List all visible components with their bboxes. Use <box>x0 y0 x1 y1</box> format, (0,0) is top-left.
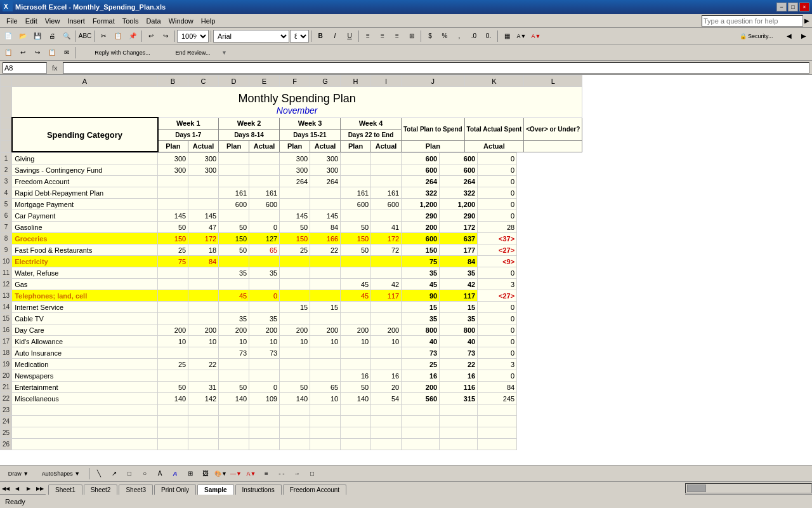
w3p-cell[interactable]: 25 <box>280 244 310 256</box>
w3a-cell[interactable] <box>310 199 341 210</box>
ta-cell[interactable]: 322 <box>440 187 478 199</box>
tb2-btn4[interactable]: 📋 <box>45 46 59 60</box>
w4p-cell[interactable]: 45 <box>341 279 371 290</box>
w4a-cell[interactable] <box>371 164 402 176</box>
ta-cell[interactable]: 264 <box>440 176 478 187</box>
w3p-cell[interactable]: 150 <box>280 233 310 244</box>
ta-cell[interactable]: 117 <box>440 290 478 302</box>
tp-cell[interactable]: 15 <box>402 302 440 313</box>
tb2-btn3[interactable]: ↪ <box>30 46 44 60</box>
ta-cell[interactable] <box>440 404 478 416</box>
w4a-cell[interactable]: 16 <box>371 370 402 382</box>
ou-cell[interactable]: 0 <box>478 210 517 222</box>
w2p-cell[interactable] <box>219 279 249 290</box>
ta-cell[interactable] <box>440 416 478 427</box>
w1p-cell[interactable] <box>158 347 188 359</box>
ta-cell[interactable]: 637 <box>440 233 478 244</box>
menu-window[interactable]: Window <box>165 16 197 26</box>
ta-cell[interactable]: 16 <box>440 370 478 382</box>
w1a-cell[interactable]: 31 <box>188 382 219 393</box>
w3p-cell[interactable]: 140 <box>280 393 310 404</box>
font-selector[interactable]: Arial <box>213 30 289 43</box>
w4a-cell[interactable]: 54 <box>371 393 402 404</box>
ta-cell[interactable]: 42 <box>440 279 478 290</box>
ou-cell[interactable]: 28 <box>478 222 517 233</box>
w1p-cell[interactable] <box>158 187 188 199</box>
col-header-e[interactable]: E <box>249 76 280 87</box>
w2p-cell[interactable]: 50 <box>219 382 249 393</box>
currency-button[interactable]: $ <box>423 29 437 43</box>
col-header-j[interactable]: J <box>402 76 465 87</box>
w2p-cell[interactable] <box>219 176 249 187</box>
w2a-cell[interactable] <box>249 256 280 267</box>
w3p-cell[interactable] <box>280 256 310 267</box>
tp-cell[interactable]: 90 <box>402 290 440 302</box>
w4a-cell[interactable]: 41 <box>371 222 402 233</box>
tp-cell[interactable]: 290 <box>402 210 440 222</box>
cut-button[interactable]: ✂ <box>96 29 110 43</box>
w1p-cell[interactable] <box>158 313 188 324</box>
w2a-cell[interactable] <box>249 210 280 222</box>
w4a-cell[interactable]: 20 <box>371 382 402 393</box>
w2p-cell[interactable] <box>219 210 249 222</box>
tp-cell[interactable]: 35 <box>402 313 440 324</box>
category-cell[interactable] <box>12 404 158 416</box>
w4a-cell[interactable] <box>371 176 402 187</box>
sheet-tab-freedom-account[interactable]: Freedom Account <box>283 485 346 495</box>
w4p-cell[interactable]: 161 <box>341 187 371 199</box>
tp-cell[interactable]: 16 <box>402 370 440 382</box>
toolbar-extra-1[interactable]: ◀ <box>782 29 796 43</box>
tp-cell[interactable]: 600 <box>402 164 440 176</box>
tp-cell[interactable] <box>402 439 440 450</box>
tab-scroll-next[interactable]: ▶ <box>23 483 34 493</box>
w1p-cell[interactable]: 300 <box>158 164 188 176</box>
ou-cell[interactable]: 3 <box>478 279 517 290</box>
border-button[interactable]: ▦ <box>500 29 514 43</box>
category-cell[interactable]: Savings - Contingency Fund <box>12 164 158 176</box>
redo-button[interactable]: ↪ <box>159 29 173 43</box>
w4p-cell[interactable] <box>341 176 371 187</box>
w3p-cell[interactable]: 264 <box>280 176 310 187</box>
w1a-cell[interactable] <box>188 439 219 450</box>
ta-cell[interactable]: 15 <box>440 302 478 313</box>
w3a-cell[interactable]: 84 <box>310 222 341 233</box>
w1a-cell[interactable] <box>188 176 219 187</box>
w4p-cell[interactable] <box>341 416 371 427</box>
w1a-cell[interactable] <box>188 267 219 279</box>
tp-cell[interactable]: 264 <box>402 176 440 187</box>
col-header-a[interactable]: A <box>12 76 158 87</box>
ta-cell[interactable]: 40 <box>440 336 478 347</box>
w1p-cell[interactable] <box>158 427 188 439</box>
ou-cell[interactable]: 0 <box>478 199 517 210</box>
category-cell[interactable]: Medication <box>12 359 158 370</box>
w1a-cell[interactable] <box>188 302 219 313</box>
w4a-cell[interactable] <box>371 439 402 450</box>
fill-color-button[interactable]: A▼ <box>514 29 528 43</box>
w4p-cell[interactable] <box>341 267 371 279</box>
category-cell[interactable] <box>12 427 158 439</box>
w1p-cell[interactable] <box>158 439 188 450</box>
w3p-cell[interactable] <box>280 439 310 450</box>
ou-cell[interactable]: 0 <box>478 302 517 313</box>
w2p-cell[interactable] <box>219 153 249 164</box>
w3a-cell[interactable]: 300 <box>310 153 341 164</box>
category-cell[interactable]: Gas <box>12 279 158 290</box>
w3a-cell[interactable] <box>310 279 341 290</box>
sheet-tab-sheet2[interactable]: Sheet2 <box>84 485 118 495</box>
tp-cell[interactable] <box>402 427 440 439</box>
w1p-cell[interactable]: 145 <box>158 210 188 222</box>
w4p-cell[interactable] <box>341 256 371 267</box>
w1p-cell[interactable] <box>158 416 188 427</box>
w2p-cell[interactable] <box>219 404 249 416</box>
w3p-cell[interactable] <box>280 313 310 324</box>
w4p-cell[interactable] <box>341 153 371 164</box>
w3p-cell[interactable] <box>280 199 310 210</box>
tp-cell[interactable]: 800 <box>402 324 440 336</box>
w1a-cell[interactable] <box>188 279 219 290</box>
w3p-cell[interactable] <box>280 404 310 416</box>
w2p-cell[interactable]: 35 <box>219 267 249 279</box>
help-search-input[interactable] <box>702 15 803 27</box>
w3a-cell[interactable]: 10 <box>310 336 341 347</box>
ou-cell[interactable]: 84 <box>478 382 517 393</box>
draw-3d-button[interactable]: □ <box>305 467 319 481</box>
